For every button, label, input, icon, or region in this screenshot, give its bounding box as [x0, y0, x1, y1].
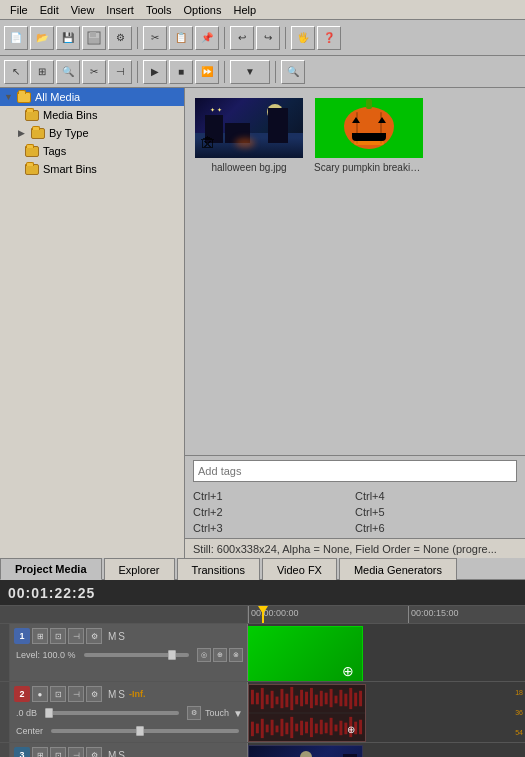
tags-input[interactable] [193, 460, 517, 482]
tab-transitions[interactable]: Transitions [177, 558, 260, 580]
svg-rect-4 [256, 693, 259, 705]
track1-settings[interactable]: ⚙ [86, 628, 102, 644]
svg-rect-25 [359, 691, 362, 706]
menu-insert[interactable]: Insert [100, 2, 140, 18]
track1-solo[interactable]: S [118, 631, 125, 642]
track1-icon1[interactable]: ◎ [197, 648, 211, 662]
track3-btn-b[interactable]: ⊡ [50, 747, 66, 757]
audio-clip[interactable]: ⊕ [248, 684, 366, 742]
tree-item-media-bins[interactable]: Media Bins [0, 106, 184, 124]
tree-item-tags[interactable]: Tags [0, 142, 184, 160]
zoom-tool[interactable]: 🔍 [56, 60, 80, 84]
track1-content[interactable]: ⊕ [248, 624, 525, 681]
track1-btn-a[interactable]: ⊞ [32, 628, 48, 644]
svg-rect-10 [285, 694, 288, 708]
dropdown-button[interactable]: ▼ [230, 60, 270, 84]
tree-item-all-media[interactable]: ▼ All Media [0, 88, 184, 106]
track3-solo[interactable]: S [118, 750, 125, 758]
cut-tool[interactable]: ✂ [82, 60, 106, 84]
track3-mute[interactable]: M [108, 750, 116, 758]
redo-button[interactable]: ↪ [256, 26, 280, 50]
track2-content[interactable]: 18 36 54 [248, 682, 525, 742]
play-button[interactable]: ▶ [143, 60, 167, 84]
fastforward-button[interactable]: ⏩ [195, 60, 219, 84]
undo-button[interactable]: ↩ [230, 26, 254, 50]
track2-pan-slider[interactable] [51, 729, 239, 733]
trim-tool[interactable]: ⊣ [108, 60, 132, 84]
folder-icon-bins [24, 108, 40, 122]
track2-solo[interactable]: S [118, 689, 125, 700]
hand-button[interactable]: 🖐 [291, 26, 315, 50]
help-button[interactable]: ❓ [317, 26, 341, 50]
track2-settings-small[interactable]: ⚙ [187, 706, 201, 720]
copy-button[interactable]: 📋 [169, 26, 193, 50]
tree-item-smart-bins[interactable]: Smart Bins [0, 160, 184, 178]
night-clip[interactable]: ⊕ [248, 745, 363, 757]
track2-header: 2 ● ⊡ ⊣ ⚙ M S -Inf. .0 dB ⚙ Touch ▼ [10, 682, 248, 742]
track1-icons: ◎ ⊕ ⊗ [197, 648, 243, 662]
svg-rect-18 [325, 693, 328, 705]
properties-button[interactable]: ⚙ [108, 26, 132, 50]
svg-rect-12 [295, 696, 298, 705]
shortcut-ctrl5: Ctrl+5 [355, 506, 517, 518]
svg-rect-1 [90, 32, 96, 37]
timeline-ruler[interactable]: 00:00:00:00 00:00:15:00 [0, 606, 525, 624]
ruler-track[interactable]: 00:00:00:00 00:00:15:00 [248, 606, 525, 623]
video-clip-1[interactable]: ⊕ [248, 626, 363, 681]
save-button[interactable]: 💾 [56, 26, 80, 50]
track2-btn-c[interactable]: ⊣ [68, 686, 84, 702]
track2-mute[interactable]: M [108, 689, 116, 700]
track3-settings[interactable]: ⚙ [86, 747, 102, 757]
track1-icon2[interactable]: ⊕ [213, 648, 227, 662]
track2-slider-thumb[interactable] [45, 708, 53, 718]
separator4 [137, 61, 138, 83]
save-as-button[interactable] [82, 26, 106, 50]
track1-row2: Level: 100.0 % ◎ ⊕ ⊗ [14, 646, 243, 664]
track3-content[interactable]: ⊕ [248, 743, 525, 757]
media-item-halloween[interactable]: ✦ ✦ halloween bg.jpg [191, 94, 307, 175]
timeline-area: 00:01:22:25 00:00:00:00 00:00:15:00 1 [0, 580, 525, 757]
tab-media-generators[interactable]: Media Generators [339, 558, 457, 580]
cut-button[interactable]: ✂ [143, 26, 167, 50]
pumpkin-shape [344, 107, 394, 149]
track2-dropdown[interactable]: ▼ [233, 708, 243, 719]
svg-rect-48 [359, 720, 362, 734]
arrow-tool[interactable]: ↖ [4, 60, 28, 84]
shortcut-ctrl3: Ctrl+3 [193, 522, 355, 534]
svg-rect-13 [300, 690, 303, 706]
tab-video-fx[interactable]: Video FX [262, 558, 337, 580]
menu-help[interactable]: Help [227, 2, 262, 18]
track1-slider-thumb[interactable] [168, 650, 176, 660]
track1-mute[interactable]: M [108, 631, 116, 642]
menu-tools[interactable]: Tools [140, 2, 178, 18]
track2-settings[interactable]: ⚙ [86, 686, 102, 702]
tab-project-media[interactable]: Project Media [0, 558, 102, 580]
menu-file[interactable]: File [4, 2, 34, 18]
new-button[interactable]: 📄 [4, 26, 28, 50]
track1-slider[interactable] [84, 653, 189, 657]
track1-btn-c[interactable]: ⊣ [68, 628, 84, 644]
track2-record[interactable]: ● [32, 686, 48, 702]
tab-explorer[interactable]: Explorer [104, 558, 175, 580]
menu-edit[interactable]: Edit [34, 2, 65, 18]
paste-button[interactable]: 📌 [195, 26, 219, 50]
track2-pan-thumb[interactable] [136, 726, 144, 736]
playhead-arrow [258, 606, 268, 614]
tree-item-by-type[interactable]: ▶ By Type [0, 124, 184, 142]
track2-slider[interactable] [45, 711, 179, 715]
track2-btn-b[interactable]: ⊡ [50, 686, 66, 702]
stop-button[interactable]: ■ [169, 60, 193, 84]
menu-view[interactable]: View [65, 2, 101, 18]
halloween-thumbnail: ✦ ✦ [193, 96, 305, 160]
svg-rect-21 [339, 690, 342, 706]
track3-btn-a[interactable]: ⊞ [32, 747, 48, 757]
search-button[interactable]: 🔍 [281, 60, 305, 84]
menu-options[interactable]: Options [178, 2, 228, 18]
svg-rect-27 [256, 724, 259, 734]
media-item-pumpkin[interactable]: Scary pumpkin breaking screen ef... [311, 94, 427, 175]
track1-icon3[interactable]: ⊗ [229, 648, 243, 662]
select-tool[interactable]: ⊞ [30, 60, 54, 84]
open-button[interactable]: 📂 [30, 26, 54, 50]
track1-btn-b[interactable]: ⊡ [50, 628, 66, 644]
track3-btn-c[interactable]: ⊣ [68, 747, 84, 757]
